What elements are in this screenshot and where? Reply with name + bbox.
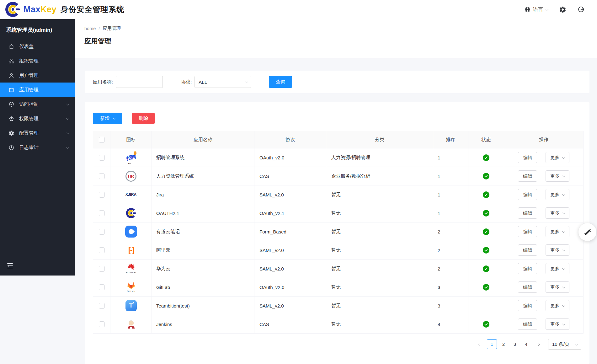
sidebar-nav: 仪表盘组织管理用户管理应用管理访问控制权限管理配置管理日志审计	[0, 39, 75, 155]
sidebar-item-app[interactable]: 应用管理	[0, 83, 75, 97]
app-protocol: SAML_v2.0	[254, 297, 326, 315]
sidebar-item-org[interactable]: 组织管理	[0, 54, 75, 68]
row-checkbox[interactable]	[99, 155, 105, 161]
delete-button[interactable]: 删除	[132, 113, 155, 124]
edit-button[interactable]: 编辑	[518, 170, 537, 182]
row-checkbox[interactable]	[99, 321, 105, 327]
more-button[interactable]: 更多	[546, 244, 569, 256]
language-menu[interactable]: 语言	[524, 6, 548, 13]
row-checkbox[interactable]	[99, 192, 105, 198]
chevron-right-icon	[537, 343, 540, 346]
apps-table: 图标 应用名称 协议 分类 排序 状态 操作 招聘← 招聘管理系统 OAuth_…	[93, 131, 584, 334]
table-row: [-] 阿里云 SAML_v2.0 暂无 2 编辑 更多	[93, 241, 584, 260]
app-protocol: CAS	[254, 315, 326, 334]
row-checkbox[interactable]	[99, 229, 105, 235]
collapse-sidebar-button[interactable]	[6, 262, 14, 270]
add-button[interactable]: 新增	[93, 113, 122, 124]
column-status: 状态	[468, 131, 504, 148]
page-2-button[interactable]: 2	[499, 339, 508, 349]
app-sort: 1	[433, 167, 468, 185]
settings-button[interactable]	[559, 6, 566, 13]
page-size-value: 10 条/页	[552, 341, 569, 347]
sidebar-item-dashboard[interactable]: 仪表盘	[0, 39, 75, 54]
row-checkbox[interactable]	[99, 284, 105, 290]
sidebar-item-label: 权限管理	[19, 115, 39, 122]
edit-button[interactable]: 编辑	[518, 207, 537, 219]
app-name: Teambition(test)	[152, 297, 254, 315]
more-button[interactable]: 更多	[546, 189, 569, 200]
more-button[interactable]: 更多	[546, 263, 569, 274]
topbar-actions: 语言	[524, 6, 588, 13]
clock-icon	[8, 145, 14, 151]
app-name: OAUTH2.1	[152, 204, 254, 222]
status-active-icon	[483, 247, 489, 254]
sidebar-item-permission[interactable]: 权限管理	[0, 111, 75, 126]
app-category: 暂无	[326, 222, 433, 241]
more-button[interactable]: 更多	[546, 300, 569, 311]
org-icon	[8, 58, 14, 64]
sidebar-item-access[interactable]: 访问控制	[0, 97, 75, 111]
page-3-button[interactable]: 3	[510, 339, 520, 349]
status-active-icon	[483, 265, 489, 272]
app-protocol: Form_Based	[254, 222, 326, 241]
next-page-button[interactable]	[534, 339, 543, 349]
more-button[interactable]: 更多	[546, 318, 569, 330]
breadcrumb-separator: /	[99, 26, 100, 31]
app-name-input[interactable]	[116, 76, 163, 88]
page-1-button[interactable]: 1	[487, 339, 497, 349]
status-active-icon	[483, 321, 489, 328]
app-category: 企业服务/数据分析	[326, 167, 433, 185]
edit-button[interactable]: 编辑	[518, 189, 537, 200]
sidebar-item-audit[interactable]: 日志审计	[0, 140, 75, 155]
edit-button[interactable]: 编辑	[518, 244, 537, 256]
theme-wand-button[interactable]	[578, 223, 596, 241]
row-checkbox[interactable]	[99, 266, 105, 272]
edit-button[interactable]: 编辑	[518, 263, 537, 274]
page-4-button[interactable]: 4	[521, 339, 531, 349]
jenkins-app-icon	[126, 319, 136, 329]
chevron-down-icon	[562, 267, 565, 270]
protocol-select[interactable]: ALL	[195, 76, 251, 88]
teambition-app-icon: T	[125, 300, 137, 311]
app-protocol: OAuth_v2.0	[254, 148, 326, 167]
chevron-down-icon	[562, 156, 565, 159]
edit-button[interactable]: 编辑	[518, 281, 537, 293]
status-active-icon	[483, 173, 489, 179]
app-sort: 2	[433, 222, 468, 241]
logout-button[interactable]	[578, 6, 584, 13]
edit-button[interactable]: 编辑	[518, 226, 537, 237]
sidebar-item-label: 组织管理	[19, 58, 39, 64]
prev-page-button[interactable]	[475, 339, 484, 349]
edit-button[interactable]: 编辑	[518, 152, 537, 163]
app-name: Jira	[152, 185, 254, 204]
sidebar-item-config[interactable]: 配置管理	[0, 126, 75, 140]
edit-button[interactable]: 编辑	[518, 318, 537, 330]
breadcrumb-home[interactable]: home	[84, 26, 96, 31]
page-size-select[interactable]: 10 条/页	[548, 339, 581, 350]
more-button[interactable]: 更多	[546, 207, 569, 219]
app-title: 身份安全管理系统	[61, 4, 125, 14]
chevron-down-icon	[545, 7, 549, 11]
row-checkbox[interactable]	[99, 303, 105, 309]
app-protocol: OAuth_v2.0	[254, 278, 326, 297]
more-button[interactable]: 更多	[546, 226, 569, 237]
column-protocol: 协议	[254, 131, 326, 148]
more-button[interactable]: 更多	[546, 281, 569, 293]
more-button[interactable]: 更多	[546, 152, 569, 163]
row-checkbox[interactable]	[99, 210, 105, 216]
app-protocol: CAS	[254, 167, 326, 185]
select-all-checkbox[interactable]	[99, 137, 105, 143]
search-button[interactable]: 查询	[269, 76, 292, 88]
sidebar-item-user[interactable]: 用户管理	[0, 68, 75, 83]
edit-button[interactable]: 编辑	[518, 300, 537, 311]
app-sort: 3	[433, 297, 468, 315]
gitlab-app-icon: GitLab	[126, 281, 136, 293]
chevron-down-icon	[562, 285, 565, 288]
maxkey-logo-icon	[5, 2, 21, 17]
app-category: 暂无	[326, 278, 433, 297]
row-checkbox[interactable]	[99, 247, 105, 253]
row-checkbox[interactable]	[99, 173, 105, 179]
table-row: T Teambition(test) SAML_v2.0 暂无 3 编辑 更多	[93, 297, 584, 315]
app-name: Jenkins	[152, 315, 254, 334]
more-button[interactable]: 更多	[546, 170, 569, 182]
